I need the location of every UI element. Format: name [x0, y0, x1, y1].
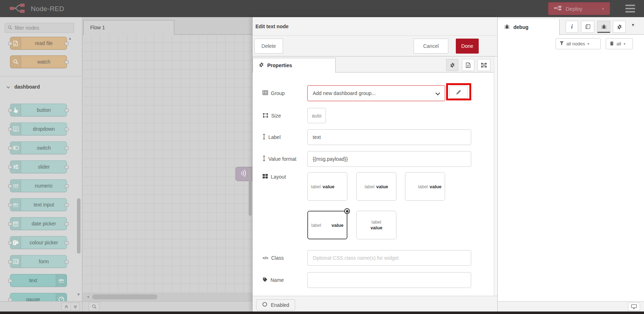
info-tab-button[interactable]: i	[566, 21, 578, 33]
class-field-label: </> Class	[263, 250, 284, 266]
workspace-vertical-scrollbar[interactable]	[249, 168, 252, 216]
palette-node-gauge[interactable]: gauge	[10, 293, 67, 301]
palette-node-numeric[interactable]: 123numeric	[10, 179, 67, 192]
group-select[interactable]: Add new dashboard group...	[307, 85, 445, 101]
palette-node-label: slider	[21, 164, 67, 170]
gauge-icon	[56, 293, 67, 301]
flow-canvas[interactable]	[82, 35, 252, 293]
value-format-input[interactable]	[307, 151, 471, 167]
main-menu-button[interactable]	[625, 5, 635, 13]
palette-expand-button[interactable]	[70, 303, 80, 310]
palette-node-switch[interactable]: switch	[10, 141, 67, 154]
appearance-view-button[interactable]	[477, 59, 491, 71]
palette-scroll-up-icon[interactable]: ▲	[68, 36, 72, 40]
palette-node-label: read file	[21, 40, 67, 46]
size-field-label: Size	[263, 108, 281, 124]
label-input[interactable]	[307, 129, 471, 145]
palette-scroll-down-icon[interactable]: ▼	[77, 292, 80, 296]
flow-workspace: Flow 1 ◂	[82, 17, 252, 301]
palette-search[interactable]	[5, 23, 74, 33]
help-tab-button[interactable]	[581, 21, 594, 33]
done-button[interactable]: Done	[456, 39, 479, 54]
dashboard-tab-button[interactable]	[613, 21, 626, 33]
palette-node-label: text	[10, 278, 56, 283]
edit-node-tray: Edit text node Delete Cancel Done Proper…	[252, 17, 497, 311]
layout-option-center-aligned[interactable]: labelvalue	[356, 172, 396, 201]
node-output-port	[65, 42, 69, 45]
class-input[interactable]	[307, 250, 471, 266]
workspace-tabbar: Flow 1	[82, 17, 252, 35]
palette-node-text-input[interactable]: abctext input	[10, 198, 67, 211]
deploy-button[interactable]: Deploy ▾	[548, 2, 610, 15]
node-input-port	[8, 165, 12, 169]
palette-collapse-button[interactable]	[62, 303, 71, 310]
tray-header: Edit text node	[253, 17, 498, 36]
palette-category-label: dashboard	[14, 84, 40, 90]
properties-view-button[interactable]	[446, 59, 458, 71]
tab-debug[interactable]: debug	[498, 19, 560, 35]
app-logo: Node-RED	[9, 3, 64, 15]
node-output-port	[65, 241, 69, 245]
search-flows-button[interactable]	[89, 302, 99, 311]
tray-scrollbar[interactable]	[494, 56, 497, 296]
debug-filter-row: all nodes ▾ all ▾	[498, 35, 644, 52]
palette-node-read-file[interactable]: read file	[10, 37, 67, 50]
palette-node-date-picker[interactable]: date picker	[10, 217, 67, 230]
palette-node-dropdown[interactable]: dropdown	[10, 123, 67, 135]
palette-node-watch[interactable]: watch	[10, 55, 67, 68]
node-output-port	[65, 260, 69, 264]
properties-tab-label: Properties	[267, 63, 292, 68]
horizontal-scroll-thumb[interactable]	[92, 294, 157, 299]
palette-category-dashboard[interactable]: dashboard	[0, 81, 82, 92]
debug-tab-button[interactable]	[597, 21, 610, 33]
debug-clear-button[interactable]: all ▾	[606, 38, 633, 49]
layout-option-right-aligned[interactable]: labelvalue	[405, 172, 445, 201]
circle-icon	[262, 302, 267, 308]
trash-icon	[610, 41, 614, 47]
i-beam-icon	[263, 134, 265, 140]
bottom-edge-strip	[0, 311, 644, 314]
palette-search-input[interactable]	[15, 25, 79, 31]
deploy-caret-icon[interactable]: ▾	[602, 6, 604, 11]
sidebar-footer	[498, 301, 644, 311]
layout-option-stacked[interactable]: labelvalue	[356, 211, 396, 239]
node-output-port	[65, 146, 69, 150]
node-enabled-toggle[interactable]: Enabled	[256, 299, 295, 310]
dialog-title: Edit text node	[255, 24, 289, 29]
workspace-horizontal-scrollbar[interactable]: ◂	[82, 293, 252, 301]
scroll-left-icon[interactable]: ◂	[87, 294, 89, 299]
palette-node-colour-picker[interactable]: colour picker	[10, 236, 67, 249]
palette-node-slider[interactable]: slider	[10, 160, 67, 173]
open-dashboard-button[interactable]	[628, 303, 640, 311]
palette-node-label: dropdown	[21, 126, 67, 132]
tab-properties[interactable]: Properties	[253, 58, 336, 73]
name-input[interactable]	[307, 272, 471, 288]
cancel-button[interactable]: Cancel	[414, 39, 448, 54]
palette-node-label: numeric	[21, 183, 67, 189]
footer-divider	[82, 301, 83, 312]
palette-node-button[interactable]: button	[10, 104, 67, 116]
node-input-port	[8, 222, 12, 226]
search-icon	[8, 25, 12, 31]
debug-filter-button[interactable]: all nodes ▾	[556, 38, 601, 49]
sidebar-menu-caret[interactable]: ▾	[632, 22, 634, 28]
tray-toolbar: Delete Cancel Done	[253, 36, 498, 56]
table-icon	[263, 90, 268, 96]
description-view-button[interactable]	[462, 59, 474, 71]
tab-flow-1[interactable]: Flow 1	[83, 20, 174, 35]
caret-down-icon: ▾	[624, 42, 625, 46]
gear-icon	[259, 62, 264, 69]
palette-divider	[0, 76, 82, 76]
edit-group-button[interactable]	[449, 86, 468, 99]
node-red-app: Node-RED Deploy ▾ ▲ read filewatch	[0, 0, 644, 314]
size-auto-button[interactable]: auto	[307, 108, 326, 123]
palette-scrollbar[interactable]	[77, 198, 80, 254]
palette-node-text[interactable]: textabc	[10, 274, 67, 287]
layout-option-left-aligned[interactable]: labelvalue	[307, 172, 347, 201]
palette-node-form[interactable]: form	[10, 255, 67, 268]
node-input-port	[8, 298, 12, 301]
delete-button[interactable]: Delete	[254, 39, 283, 54]
layout-option-spread[interactable]: labelvalue	[307, 211, 347, 239]
node-output-port	[65, 128, 69, 131]
code-icon: </>	[263, 256, 268, 260]
